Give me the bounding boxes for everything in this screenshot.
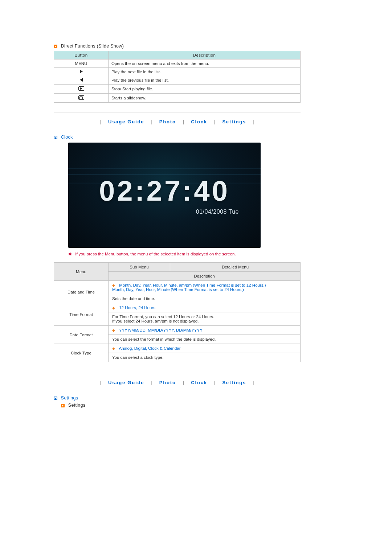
clock-preview: 02:27:40 01/04/2008 Tue [68,143,261,248]
menu-clock-type: Clock Type [54,344,109,362]
nav-clock[interactable]: Clock [191,380,207,385]
desc-cell: You can select a clock type. [109,353,301,362]
section-nav: | Usage Guide | Photo | Clock | Settings… [54,119,301,124]
nav-photo[interactable]: Photo [159,380,176,385]
slideshow-icon [78,95,84,100]
desc-cell: For Time Format, you can select 12 Hours… [109,312,301,326]
col-button: Button [54,51,109,59]
desc-cell: Opens the on-screen menu and exits from … [109,59,301,68]
col-detailed: Detailed Menu [170,263,301,272]
clock-time: 02:27:40 [68,175,261,208]
desc-cell: Sets the date and time. [109,294,301,303]
section-nav: | Usage Guide | Photo | Clock | Settings… [54,380,301,385]
btn-cell: MENU [54,59,109,68]
col-menu: Menu [54,263,109,281]
bullet-icon [61,404,65,407]
diamond-icon: ◆ [112,346,115,350]
btn-cell [54,76,109,85]
table-row: Play the previous file in the list. [54,76,301,85]
note-mark: ※ [68,252,72,256]
submenu-text: Analog, Digital, Clock & Calendar [119,346,181,350]
table-row: MENU Opens the on-screen menu and exits … [54,59,301,68]
diamond-icon: ◆ [112,328,115,332]
diamond-icon: ◆ [112,306,115,310]
col-description: Description [109,51,301,59]
play-toggle-icon [78,86,84,91]
prev-icon [80,78,83,82]
nav-settings[interactable]: Settings [222,380,246,385]
submenu-text: YYYY/MM/DD, MM/DD/YYYY, DD/MM/YYYY [119,328,203,332]
direct-functions-table: Button Description MENU Opens the on-scr… [54,51,301,103]
settings-subheading: Settings [61,403,301,408]
nav-usage-guide[interactable]: Usage Guide [108,380,144,385]
desc-cell: Stop/ Start playing file. [109,85,301,94]
bullet-icon [54,136,57,139]
bullet-icon [54,45,57,48]
nav-usage-guide[interactable]: Usage Guide [108,119,144,124]
btn-cell [54,85,109,94]
submenu-cell: ◆ Analog, Digital, Clock & Calendar [109,344,301,353]
clock-date: 01/04/2008 Tue [196,209,239,215]
submenu-cell: ◆ 12 Hours, 24 Hours [109,303,301,312]
clock-heading: Clock [54,135,301,140]
settings-title: Settings [61,395,78,401]
diamond-icon: ◆ [112,283,115,287]
nav-photo[interactable]: Photo [159,119,176,124]
table-row: Date and Time ◆ Month, Day, Year, Hour, … [54,281,301,294]
clock-note: ※ If you press the Menu button, the menu… [68,251,301,257]
menu-date-time: Date and Time [54,281,109,303]
divider [54,373,301,373]
divider [54,112,301,112]
settings-sub-title: Settings [68,403,86,408]
clock-title: Clock [61,135,73,140]
col-sub: Sub Menu [109,263,170,272]
note-text: If you press the Menu button, the menu o… [75,252,236,256]
menu-time-format: Time Format [54,303,109,326]
desc-cell: Play the previous file in the list. [109,76,301,85]
btn-cell [54,68,109,76]
table-row: Time Format ◆ 12 Hours, 24 Hours [54,303,301,312]
bullet-icon [54,397,57,400]
desc-cell: Play the next file in the list. [109,68,301,76]
next-icon [80,70,83,73]
table-row: Clock Type ◆ Analog, Digital, Clock & Ca… [54,344,301,353]
menu-date-format: Date Format [54,326,109,344]
settings-heading: Settings [54,395,301,401]
submenu-text: 12 Hours, 24 Hours [119,305,155,310]
table-row: Date Format ◆ YYYY/MM/DD, MM/DD/YYYY, DD… [54,326,301,335]
desc-cell: Starts a slideshow. [109,94,301,103]
submenu-cell: ◆ Month, Day, Year, Hour, Minute, am/pm … [109,281,301,294]
clock-menu-table: Menu Sub Menu Detailed Menu Description … [54,262,301,362]
table-row: Play the next file in the list. [54,68,301,76]
col-description: Description [109,272,301,281]
nav-clock[interactable]: Clock [191,119,207,124]
submenu-cell: ◆ YYYY/MM/DD, MM/DD/YYYY, DD/MM/YYYY [109,326,301,335]
table-row: Starts a slideshow. [54,94,301,103]
submenu-text: Month, Day, Year, Hour, Minute, am/pm (W… [112,283,266,292]
direct-functions-title: Direct Functions (Slide Show) [61,44,124,49]
table-row: Stop/ Start playing file. [54,85,301,94]
btn-cell [54,94,109,103]
nav-settings[interactable]: Settings [222,119,246,124]
desc-cell: You can select the format in which the d… [109,335,301,344]
direct-functions-heading: Direct Functions (Slide Show) [54,44,301,49]
